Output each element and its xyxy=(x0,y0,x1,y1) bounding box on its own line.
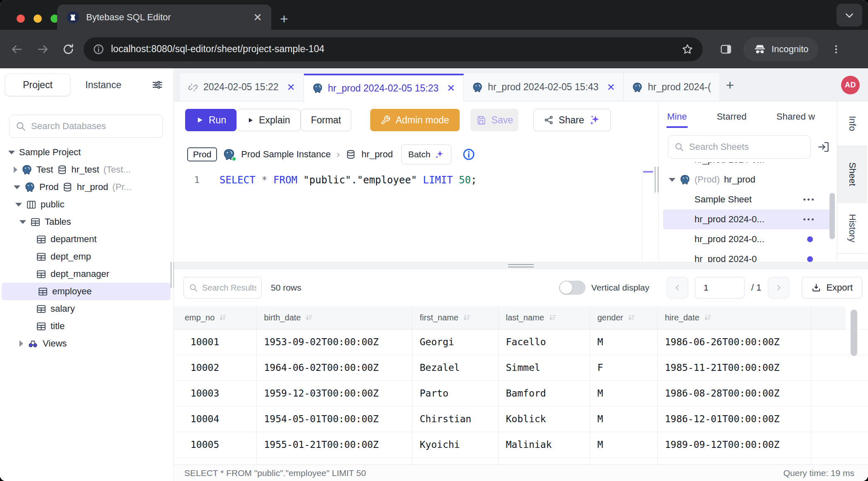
caret-down-icon[interactable] xyxy=(19,220,26,224)
column-header-birth_date[interactable]: birth_date xyxy=(256,306,412,329)
back-icon[interactable] xyxy=(11,43,23,55)
next-page-button[interactable] xyxy=(768,277,789,298)
export-button[interactable]: Export xyxy=(802,277,862,298)
url-bar[interactable]: localhost:8080/sql-editor/sheet/project-… xyxy=(84,37,703,61)
sheet-tab-mine[interactable]: Mine xyxy=(667,111,687,122)
filter-sliders-icon[interactable] xyxy=(152,79,163,91)
results-splitter[interactable] xyxy=(174,262,868,269)
prev-page-button[interactable] xyxy=(667,277,688,298)
format-button[interactable]: Format xyxy=(301,109,352,131)
site-info-icon[interactable] xyxy=(93,43,104,55)
caret-down-icon[interactable] xyxy=(15,203,22,207)
run-button[interactable]: Run xyxy=(185,109,236,131)
worksheet-tab-1[interactable]: 2024-02-05 15:22✕ xyxy=(179,73,304,101)
tree-item-database-hr_prod[interactable]: Prodhr_prod(Pr... xyxy=(0,178,173,196)
table-row[interactable]: 100021964-06-02T00:00:00ZBezalelSimmelF1… xyxy=(174,355,868,380)
sheet-menu-icon[interactable] xyxy=(803,219,814,221)
table-row[interactable]: 100011953-09-02T00:00:00ZGeorgiFacelloM1… xyxy=(174,329,868,355)
user-avatar[interactable]: AD xyxy=(841,76,860,94)
admin-mode-button[interactable]: Admin mode xyxy=(370,109,459,131)
sheet-item[interactable]: hr_prod 2024-0... xyxy=(663,162,833,170)
tree-item-database-hr_test[interactable]: Testhr_test(Test... xyxy=(0,161,173,178)
sheet-list-scrollbar[interactable] xyxy=(829,193,835,239)
sql-editor[interactable]: 1 SELECT * FROM "public"."employee" LIMI… xyxy=(174,170,658,262)
close-tab-icon[interactable]: ✕ xyxy=(287,82,295,93)
column-header-hire_date[interactable]: hire_date xyxy=(657,306,811,329)
page-number-input[interactable] xyxy=(695,277,745,298)
traffic-close-button[interactable] xyxy=(17,14,25,23)
column-header-gender[interactable]: gender xyxy=(590,306,657,329)
tree-item-table-dept_manager[interactable]: dept_manager xyxy=(0,265,173,283)
side-tab-sheet[interactable]: Sheet xyxy=(837,146,867,203)
tree-item-project[interactable]: Sample Project xyxy=(0,144,173,161)
results-search-input[interactable] xyxy=(202,283,256,293)
new-worksheet-icon[interactable]: + xyxy=(726,78,734,92)
caret-right-icon[interactable] xyxy=(19,340,23,347)
close-tab-icon[interactable]: ✕ xyxy=(607,82,615,93)
side-panel-icon[interactable] xyxy=(719,43,733,55)
caret-down-icon[interactable] xyxy=(14,185,20,189)
info-circle-icon[interactable] xyxy=(462,148,475,161)
sheet-tab-starred[interactable]: Starred xyxy=(717,111,747,122)
results-scrollbar[interactable] xyxy=(851,310,857,356)
save-button[interactable]: Save xyxy=(470,109,518,131)
tab-search-chevron-icon[interactable] xyxy=(837,4,862,26)
tree-item-table-salary[interactable]: salary xyxy=(0,300,173,317)
database-search-box[interactable] xyxy=(9,115,163,138)
caret-down-icon[interactable] xyxy=(669,178,675,182)
tree-item-views[interactable]: Views xyxy=(0,335,173,352)
tree-item-table-employee[interactable]: employee xyxy=(2,283,171,300)
close-tab-icon[interactable]: ✕ xyxy=(447,82,455,94)
vertical-display-toggle[interactable] xyxy=(559,281,586,295)
collapse-panel-icon[interactable] xyxy=(817,140,830,154)
browser-tab-close-icon[interactable]: ✕ xyxy=(253,12,262,23)
share-button[interactable]: Share xyxy=(533,109,611,131)
browser-menu-icon[interactable] xyxy=(831,43,841,55)
worksheet-tab-2[interactable]: hr_prod 2024-02-05 15:23✕ xyxy=(304,74,464,101)
sheet-item[interactable]: hr_prod 2024-0... xyxy=(663,209,833,229)
database-name[interactable]: hr_prod xyxy=(362,149,393,160)
forward-icon[interactable] xyxy=(36,43,49,55)
explain-button[interactable]: Explain xyxy=(236,109,300,131)
url-text[interactable]: localhost:8080/sql-editor/sheet/project-… xyxy=(111,43,681,55)
batch-button[interactable]: Batch xyxy=(401,144,452,164)
tree-item-table-department[interactable]: department xyxy=(0,231,173,248)
table-row[interactable]: 100031959-12-03T00:00:00ZPartoBamfordM19… xyxy=(174,380,868,406)
browser-tab[interactable]: Bytebase SQL Editor ✕ xyxy=(57,5,271,30)
sheet-search-input[interactable] xyxy=(689,142,805,152)
results-search-box[interactable] xyxy=(183,277,262,298)
tree-item-table-dept_emp[interactable]: dept_emp xyxy=(0,248,173,265)
caret-right-icon[interactable] xyxy=(14,166,17,173)
sheet-search-box[interactable] xyxy=(668,135,811,159)
tab-project[interactable]: Project xyxy=(5,74,70,96)
sheet-item[interactable]: Sample Sheet xyxy=(663,190,833,209)
caret-down-icon[interactable] xyxy=(8,151,15,154)
table-row[interactable]: 100041954-05-01T00:00:00ZChirstianKoblic… xyxy=(174,406,868,432)
worksheet-tab-3[interactable]: hr_prod 2024-02-05 15:43✕ xyxy=(464,73,624,101)
tree-item-table-title[interactable]: title xyxy=(0,317,173,335)
database-search-input[interactable] xyxy=(31,121,157,132)
table-row[interactable]: 100061953-04-20T00:00:00ZAnnekePreusigF1… xyxy=(174,457,868,464)
tree-item-tables[interactable]: Tables xyxy=(0,213,173,231)
panel-resize-grip[interactable] xyxy=(655,167,658,192)
column-header-first_name[interactable]: first_name xyxy=(412,306,498,329)
side-tab-history[interactable]: History xyxy=(837,203,867,254)
editor-minimap[interactable] xyxy=(642,170,653,262)
instance-name[interactable]: Prod Sample Instance xyxy=(241,149,330,160)
reload-icon[interactable] xyxy=(62,43,75,55)
tree-item-schema-public[interactable]: public xyxy=(0,196,173,213)
sheet-tab-shared-w[interactable]: Shared w xyxy=(776,111,815,122)
side-tab-info[interactable]: Info xyxy=(837,101,867,146)
table-row[interactable]: 100051955-01-21T00:00:00ZKyoichiMaliniak… xyxy=(174,432,868,457)
sheet-item[interactable]: hr_prod 2024-0 xyxy=(663,249,833,262)
sheet-group-row[interactable]: (Prod)hr_prod xyxy=(663,170,833,190)
worksheet-tab-4[interactable]: hr_prod 2024-( xyxy=(624,73,719,101)
column-header-emp_no[interactable]: emp_no xyxy=(174,306,256,329)
traffic-minimize-button[interactable] xyxy=(34,14,42,23)
tab-instance[interactable]: Instance xyxy=(85,79,121,91)
bookmark-star-icon[interactable] xyxy=(681,43,694,55)
column-header-last_name[interactable]: last_name xyxy=(498,306,590,329)
browser-new-tab-icon[interactable]: + xyxy=(280,12,288,26)
sheet-menu-icon[interactable] xyxy=(803,199,814,201)
sheet-item[interactable]: hr_prod 2024-0... xyxy=(663,229,833,249)
